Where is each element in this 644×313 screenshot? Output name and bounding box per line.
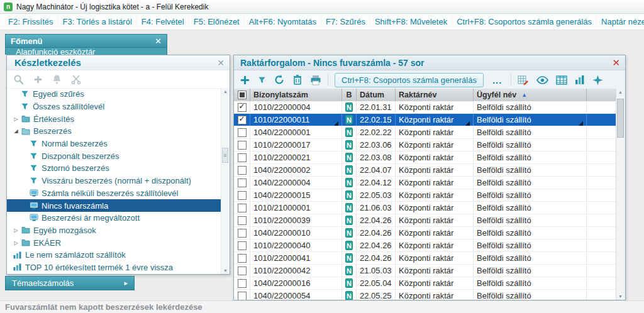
- add-icon[interactable]: [240, 75, 250, 85]
- tree-item[interactable]: Egyedi szűrés: [7, 88, 221, 101]
- delete-icon[interactable]: [292, 74, 303, 85]
- column-header[interactable]: [587, 89, 616, 101]
- chart-icon[interactable]: [575, 75, 585, 85]
- table-row[interactable]: 1010/21000001N21.06.03Központi raktárBel…: [234, 202, 616, 214]
- table-row[interactable]: 1040/22000015N22.05.03Központi raktárBel…: [234, 189, 616, 202]
- column-header[interactable]: B: [342, 89, 357, 101]
- close-icon[interactable]: ✕: [217, 58, 225, 67]
- tree-item[interactable]: Beszerzési ár megváltozott: [7, 212, 221, 224]
- funcbar-item[interactable]: F2: Frissítés: [4, 17, 58, 26]
- funcbar-item[interactable]: F5: Előnézet: [189, 17, 245, 26]
- expand-icon[interactable]: ▷: [12, 116, 20, 122]
- tree-item[interactable]: ▷Értékesítés: [7, 113, 221, 125]
- funcbar-item[interactable]: F3: Törlés a listáról: [58, 17, 137, 26]
- funcbar-item[interactable]: Alt+F6: Nyomtatás: [245, 17, 321, 26]
- tree-item[interactable]: Visszáru beszerzés (normál + diszponált): [7, 175, 221, 187]
- scroll-down-icon[interactable]: ▼: [221, 268, 230, 273]
- table-row[interactable]: 1010/22000017N22.03.06Központi raktárBel…: [234, 139, 616, 151]
- tree-item[interactable]: Összes szállítólevél: [7, 101, 221, 113]
- table-row[interactable]: 1040/22000016N22.05.04Központi raktárBel…: [234, 277, 616, 290]
- row-checkbox[interactable]: [238, 153, 247, 162]
- row-checkbox[interactable]: [238, 166, 247, 175]
- table-row[interactable]: 1040/22000001N22.02.22Központi raktárBel…: [234, 126, 616, 139]
- table-row[interactable]: 1040/22000004N22.04.12Központi raktárBel…: [234, 177, 616, 189]
- cut-icon[interactable]: [71, 75, 81, 84]
- pin-icon[interactable]: [592, 75, 603, 85]
- table-row[interactable]: 1010/22000011N22.02.15Központi raktárBel…: [234, 114, 616, 126]
- table-row[interactable]: 1040/22000054N22.05.25Központi raktárBel…: [234, 290, 616, 300]
- fomenu-footer-item[interactable]: Témaelszámolás ▸: [5, 276, 135, 290]
- column-header[interactable]: Bizonylatszám: [250, 89, 342, 101]
- funcbar-item[interactable]: Shift+F8: Műveletek: [370, 17, 452, 26]
- column-header[interactable]: Raktárnév: [396, 89, 474, 101]
- row-checkbox[interactable]: [238, 116, 247, 124]
- tree-scrollbar[interactable]: ▲ ≡ ▼: [221, 88, 230, 274]
- scroll-thumb[interactable]: ≡: [222, 148, 228, 163]
- refresh-icon[interactable]: [274, 74, 285, 85]
- close-icon[interactable]: ✕: [155, 37, 162, 45]
- funcbar-item[interactable]: Naptár nézet: [597, 17, 644, 26]
- tree-item[interactable]: ◢Beszerzés: [7, 125, 221, 138]
- table-row[interactable]: 1010/22000041N22.04.26Központi raktárBel…: [234, 252, 616, 265]
- tree-item[interactable]: Nincs fuvarszámla: [7, 199, 221, 212]
- tree-item[interactable]: ▷Egyéb mozgások: [7, 224, 221, 237]
- print-icon[interactable]: [310, 75, 321, 85]
- tree-item[interactable]: Le nem számlázott szállítók: [7, 249, 221, 261]
- funcbar-item[interactable]: Ctrl+F8: Csoportos számla generálás: [452, 17, 597, 26]
- table-row[interactable]: 1010/22000021N22.03.08Központi raktárBel…: [234, 151, 616, 164]
- row-checkbox[interactable]: [238, 103, 247, 112]
- table-row[interactable]: 1010/22000042N21.05.03Központi raktárBel…: [234, 265, 616, 277]
- scroll-down-icon[interactable]: ▼: [616, 294, 625, 299]
- row-checkbox[interactable]: [238, 128, 247, 137]
- row-checkbox[interactable]: [238, 279, 247, 288]
- row-checkbox[interactable]: [238, 204, 247, 212]
- expand-icon[interactable]: ▷: [12, 228, 20, 233]
- add-icon[interactable]: [33, 75, 43, 84]
- table-scrollbar[interactable]: ▲ ▼: [616, 89, 625, 300]
- tree-item[interactable]: Sztornó beszerzés: [7, 162, 221, 175]
- table-row[interactable]: 1010/22000004N22.01.31Központi raktárBel…: [234, 101, 616, 114]
- group-invoice-button[interactable]: Ctrl+F8: Csoportos számla generálás: [335, 73, 484, 87]
- tree-item[interactable]: Számla nélküli beszerzés szállítólevél: [7, 187, 221, 200]
- tree-item[interactable]: Diszponált beszerzés: [7, 150, 221, 162]
- grid-icon[interactable]: [556, 75, 567, 85]
- column-header[interactable]: Dátum: [357, 89, 396, 101]
- view-icon[interactable]: [536, 76, 548, 84]
- report-edit-icon[interactable]: [518, 75, 529, 85]
- select-all-checkbox[interactable]: [238, 91, 247, 99]
- table-row[interactable]: 1010/22000040N22.04.26Központi raktárBel…: [234, 239, 616, 252]
- table-row[interactable]: 1040/22000010N22.04.26Központi raktárBel…: [234, 227, 616, 239]
- collapse-icon[interactable]: ◢: [12, 128, 20, 134]
- table-row[interactable]: 1040/22000002N22.04.07Központi raktárBel…: [234, 164, 616, 177]
- row-checkbox[interactable]: [238, 254, 247, 263]
- scroll-up-icon[interactable]: ▲: [221, 89, 230, 94]
- close-icon[interactable]: ✕: [612, 58, 620, 67]
- fomenu-item[interactable]: Alapfunkció eszköztár: [16, 48, 95, 55]
- column-header[interactable]: [234, 89, 250, 101]
- funcbar-item[interactable]: F7: Szűrés: [321, 17, 370, 26]
- tree-item[interactable]: ▷EKÁER: [7, 236, 221, 249]
- tree-item[interactable]: TOP 10 értékesített termék 1 évre vissza: [7, 261, 221, 274]
- row-checkbox[interactable]: [238, 266, 247, 275]
- scroll-thumb[interactable]: [617, 99, 624, 138]
- filter-icon[interactable]: [258, 76, 266, 84]
- table-row[interactable]: 1010/22000039N22.04.26Központi raktárBel…: [234, 214, 616, 227]
- search-icon[interactable]: [13, 74, 24, 85]
- row-checkbox[interactable]: [238, 241, 247, 250]
- doc-number: 1040/22000002: [253, 165, 310, 175]
- expand-icon[interactable]: ▷: [12, 240, 20, 246]
- row-checkbox[interactable]: [238, 229, 247, 238]
- tree-item[interactable]: Normál beszerzés: [7, 138, 221, 150]
- row-checkbox[interactable]: [238, 141, 247, 150]
- row-checkbox[interactable]: [238, 216, 247, 225]
- column-header[interactable]: Ügyfél név▲: [474, 89, 587, 101]
- filler-cell: [587, 290, 616, 300]
- scroll-up-icon[interactable]: ▲: [616, 90, 625, 94]
- funcbar-item[interactable]: F4: Felvétel: [137, 17, 189, 26]
- row-checkbox[interactable]: [238, 191, 247, 200]
- more-button[interactable]: ...: [490, 75, 505, 85]
- row-checkbox[interactable]: [238, 292, 247, 300]
- bell-icon[interactable]: [52, 74, 62, 84]
- fomenu-window-header[interactable]: Főmenü ✕: [5, 34, 167, 48]
- row-checkbox[interactable]: [238, 178, 247, 187]
